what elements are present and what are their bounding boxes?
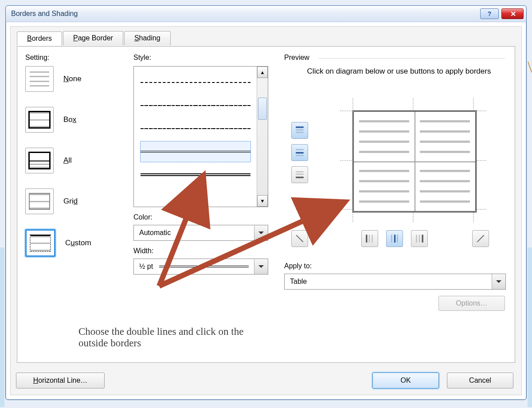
guide-line — [473, 98, 474, 110]
borders-shading-dialog: Borders and Shading ? ✕ Borders Page Bor… — [5, 5, 527, 400]
border-horizontal-icon — [295, 148, 305, 157]
scroll-down-button[interactable]: ▼ — [257, 195, 268, 207]
border-right-button[interactable] — [411, 230, 428, 247]
svg-rect-0 — [296, 126, 304, 128]
svg-rect-4 — [296, 152, 304, 153]
border-vertical-icon — [390, 234, 399, 243]
tab-strip: Borders Page Border Shading — [17, 31, 172, 45]
diagonal-up-icon — [476, 234, 485, 243]
tab-borders[interactable]: Borders — [17, 31, 62, 46]
preview-label: Preview — [284, 54, 309, 62]
ok-button[interactable]: OK — [372, 373, 439, 388]
border-bottom-icon — [295, 170, 305, 180]
svg-rect-8 — [296, 177, 304, 178]
svg-rect-7 — [296, 174, 304, 175]
svg-rect-18 — [422, 235, 423, 243]
dialog-body: Borders Page Border Shading Setting: Non… — [10, 26, 522, 395]
scroll-thumb[interactable] — [258, 98, 267, 120]
style-label: Style: — [133, 54, 151, 62]
annotation-text: Choose the double lines and click on the… — [78, 326, 247, 349]
background-strip — [0, 247, 4, 407]
horizontal-line-button[interactable]: Horizontal Line… — [16, 373, 105, 388]
svg-rect-14 — [394, 235, 395, 243]
width-dropdown[interactable]: ½ pt — [133, 259, 268, 275]
width-sample-line-icon — [159, 266, 249, 267]
preview-side-buttons — [291, 122, 309, 188]
setting-all-icon — [25, 148, 54, 173]
guide-line — [340, 160, 352, 161]
color-value: Automatic — [134, 229, 254, 237]
svg-rect-1 — [296, 129, 304, 130]
color-dropdown[interactable]: Automatic — [133, 225, 268, 241]
svg-rect-6 — [296, 171, 304, 172]
setting-custom-icon — [25, 229, 55, 257]
stage: \ Borders and Shading ? ✕ Borders Page B… — [0, 0, 532, 408]
options-button: Options… — [438, 296, 505, 311]
svg-rect-16 — [416, 235, 417, 243]
setting-box-icon — [25, 107, 54, 133]
svg-rect-3 — [296, 149, 304, 150]
width-value: ½ pt — [139, 263, 153, 271]
svg-rect-2 — [296, 132, 304, 133]
guide-line — [340, 209, 352, 210]
dropdown-arrow-icon — [254, 225, 268, 240]
border-right-icon — [415, 234, 424, 243]
setting-none-icon — [25, 66, 54, 92]
setting-label: Setting: — [25, 54, 49, 62]
style-scrollbar[interactable]: ▲ ▼ — [257, 67, 268, 207]
preview-divider — [319, 58, 505, 59]
svg-rect-17 — [419, 235, 420, 243]
setting-custom[interactable]: Custom — [25, 229, 119, 257]
tab-label: orders — [32, 35, 52, 42]
border-diag-down-button[interactable] — [291, 230, 308, 247]
apply-to-dropdown[interactable]: Table — [284, 274, 506, 290]
style-double-medium[interactable] — [140, 164, 251, 185]
style-listbox[interactable]: ▲ ▼ — [133, 66, 268, 207]
border-left-button[interactable] — [361, 230, 378, 247]
setting-none[interactable]: None — [25, 66, 119, 92]
apply-to-value: Table — [285, 278, 492, 286]
color-label: Color: — [133, 213, 153, 221]
svg-rect-12 — [372, 235, 372, 243]
svg-rect-5 — [296, 155, 304, 156]
help-button[interactable]: ? — [480, 8, 499, 19]
apply-to-label: Apply to: — [284, 262, 312, 270]
style-dash-dot[interactable] — [140, 95, 251, 116]
border-top-button[interactable] — [291, 122, 308, 139]
width-label: Width: — [133, 247, 153, 255]
svg-line-19 — [477, 235, 484, 242]
border-bottom-button[interactable] — [291, 166, 308, 183]
preview-bottom-buttons — [291, 230, 489, 252]
preview-help-text: Click on diagram below or use buttons to… — [301, 67, 497, 76]
tab-page-border[interactable]: Page Border — [63, 31, 123, 45]
tab-shading[interactable]: Shading — [124, 31, 171, 45]
background-letter: \ — [528, 58, 532, 76]
guide-line — [340, 110, 352, 111]
dropdown-arrow-icon — [492, 274, 505, 289]
style-dashed[interactable] — [140, 72, 251, 93]
setting-options: None Box All Grid — [25, 66, 119, 272]
setting-grid[interactable]: Grid — [25, 188, 119, 214]
border-diag-up-button[interactable] — [472, 230, 489, 247]
style-double-thin[interactable] — [140, 141, 251, 162]
style-dash-dot-dot[interactable] — [140, 118, 251, 139]
scroll-up-button[interactable]: ▲ — [257, 67, 268, 78]
border-top-icon — [295, 126, 305, 135]
dialog-title: Borders and Shading — [11, 10, 78, 18]
svg-rect-10 — [366, 235, 367, 243]
style-list — [134, 67, 257, 207]
preview-diagram[interactable] — [352, 110, 477, 212]
cancel-button[interactable]: Cancel — [447, 373, 513, 388]
border-left-icon — [365, 234, 375, 243]
close-button[interactable]: ✕ — [501, 8, 524, 19]
svg-rect-15 — [397, 235, 398, 243]
guide-line — [352, 98, 353, 110]
border-vertical-button[interactable] — [386, 230, 403, 247]
titlebar[interactable]: Borders and Shading ? ✕ — [6, 6, 526, 22]
setting-box[interactable]: Box — [25, 107, 119, 133]
border-horizontal-button[interactable] — [291, 144, 308, 161]
setting-all[interactable]: All — [25, 148, 119, 173]
setting-grid-icon — [25, 188, 54, 214]
guide-line — [413, 98, 414, 110]
diagonal-down-icon — [295, 234, 305, 243]
